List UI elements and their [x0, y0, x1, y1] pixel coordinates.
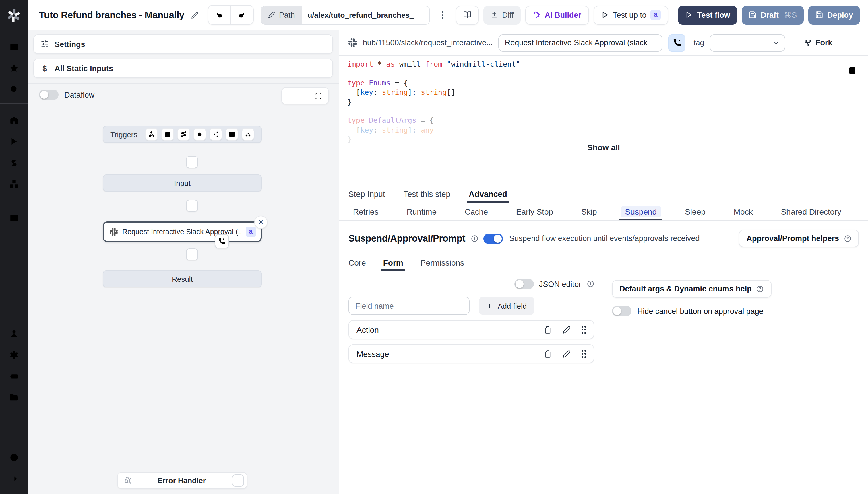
- users-person-icon[interactable]: [0, 323, 27, 344]
- play-icon: [601, 11, 609, 19]
- folders-icon[interactable]: [0, 387, 27, 408]
- settings-gear-icon[interactable]: [0, 344, 27, 365]
- pencil-icon[interactable]: [562, 326, 570, 334]
- email-trigger-icon[interactable]: [226, 128, 238, 140]
- fit-view-button[interactable]: [312, 88, 325, 104]
- flow-settings-button[interactable]: Settings: [33, 34, 333, 54]
- field-card-message[interactable]: Message: [349, 344, 594, 363]
- field-name-input[interactable]: [349, 297, 469, 315]
- path-label[interactable]: Path: [261, 6, 302, 24]
- workspace-building-icon[interactable]: [0, 36, 27, 57]
- draft-button[interactable]: Draft⌘S: [742, 5, 804, 24]
- input-node[interactable]: Input: [103, 174, 262, 192]
- tab-permissions[interactable]: Permissions: [421, 255, 464, 271]
- slack-icon: [349, 38, 357, 47]
- copy-clipboard-icon[interactable]: [848, 66, 856, 77]
- favorites-star-icon[interactable]: [0, 57, 27, 79]
- dataflow-toggle[interactable]: [39, 90, 58, 100]
- resources-cubes-icon[interactable]: [0, 173, 27, 194]
- deploy-button[interactable]: Deploy: [808, 5, 860, 24]
- schedule-trigger-icon[interactable]: [161, 128, 174, 140]
- all-static-inputs-button[interactable]: $ All Static Inputs: [33, 58, 333, 78]
- zoom-out-button[interactable]: [298, 88, 312, 104]
- variables-dollar-icon[interactable]: [0, 152, 27, 173]
- subtab-runtime[interactable]: Runtime: [402, 203, 441, 220]
- save-icon: [815, 11, 823, 19]
- tab-test-this-step[interactable]: Test this step: [404, 185, 450, 203]
- path-input[interactable]: [302, 6, 429, 24]
- subtab-shared-directory[interactable]: Shared Directory: [776, 203, 846, 220]
- subtab-skip[interactable]: Skip: [577, 203, 601, 220]
- show-all-button[interactable]: Show all: [339, 143, 868, 152]
- trash-icon[interactable]: [543, 326, 551, 334]
- add-field-button[interactable]: Add field: [479, 297, 534, 315]
- field-card-action[interactable]: Action: [349, 320, 594, 339]
- tab-advanced[interactable]: Advanced: [469, 185, 507, 203]
- audit-logs-list-icon[interactable]: [0, 408, 27, 429]
- kafka-trigger-icon[interactable]: [209, 128, 222, 140]
- trash-icon[interactable]: [543, 350, 551, 358]
- webhook-trigger-icon[interactable]: [145, 128, 158, 140]
- subtab-cache[interactable]: Cache: [460, 203, 493, 220]
- delete-step-button[interactable]: ✕: [254, 216, 267, 229]
- undo-button[interactable]: [208, 6, 231, 24]
- code-editor[interactable]: import * as wmill from "windmill-client"…: [339, 56, 868, 185]
- book-open-icon: [463, 11, 471, 19]
- suspend-phone-incoming-button[interactable]: [668, 34, 686, 51]
- docs-book-button[interactable]: [456, 5, 479, 24]
- workers-robot-icon[interactable]: [0, 365, 27, 387]
- add-error-handler-button[interactable]: [232, 475, 244, 487]
- ai-builder-button[interactable]: AI Builder: [525, 5, 589, 24]
- help-circle-icon[interactable]: [0, 447, 27, 468]
- zoom-in-button[interactable]: [285, 88, 298, 104]
- more-options-kebab-icon[interactable]: ⋮: [434, 10, 451, 20]
- add-step-button-1[interactable]: [186, 156, 198, 168]
- runs-play-icon[interactable]: [0, 131, 27, 152]
- fork-button[interactable]: Fork: [804, 38, 832, 47]
- suspend-enabled-toggle[interactable]: [483, 233, 503, 244]
- schedules-calendar-icon[interactable]: [0, 207, 27, 228]
- dollar-icon: $: [41, 64, 49, 73]
- home-icon[interactable]: [0, 110, 27, 131]
- edit-title-pencil-icon[interactable]: [191, 11, 199, 19]
- default-args-help-button[interactable]: Default args & Dynamic enums help: [612, 280, 772, 298]
- subtab-suspend[interactable]: Suspend: [621, 203, 662, 220]
- help-circle-icon: [844, 235, 851, 242]
- drag-handle-icon[interactable]: [581, 350, 586, 358]
- subtab-mock[interactable]: Mock: [729, 203, 757, 220]
- scheduled-poll-trigger-icon[interactable]: [242, 128, 254, 140]
- flow-canvas[interactable]: Dataflow Triggers Input: [27, 82, 339, 494]
- error-handler-node[interactable]: Error Handler: [117, 472, 247, 489]
- result-node[interactable]: Result: [103, 270, 262, 287]
- http-route-trigger-icon[interactable]: [178, 128, 190, 140]
- tab-form[interactable]: Form: [383, 255, 403, 271]
- step-node-approval[interactable]: Request Interactive Slack Approval (... …: [103, 222, 262, 242]
- test-flow-button[interactable]: Test flow: [678, 5, 737, 24]
- tab-core[interactable]: Core: [349, 255, 366, 271]
- info-icon[interactable]: [470, 235, 478, 242]
- search-icon[interactable]: [0, 79, 27, 100]
- redo-button[interactable]: [231, 6, 253, 24]
- websocket-trigger-icon[interactable]: [193, 128, 206, 140]
- triggers-node[interactable]: Triggers: [103, 126, 262, 143]
- add-step-button-3[interactable]: [186, 248, 198, 261]
- add-plus-icon[interactable]: [0, 228, 27, 250]
- windmill-logo[interactable]: [0, 0, 27, 31]
- diff-button[interactable]: Diff: [483, 5, 520, 24]
- info-icon[interactable]: [586, 280, 594, 288]
- step-name-input[interactable]: [499, 34, 663, 51]
- tab-step-input[interactable]: Step Input: [349, 185, 385, 203]
- subtab-sleep[interactable]: Sleep: [680, 203, 710, 220]
- json-editor-toggle[interactable]: [514, 279, 534, 289]
- add-step-button-2[interactable]: [186, 200, 198, 212]
- drag-handle-icon[interactable]: [581, 326, 586, 334]
- test-up-to-button[interactable]: Test up to a: [593, 5, 668, 24]
- subtab-early-stop[interactable]: Early Stop: [512, 203, 558, 220]
- hub-script-path[interactable]: hub/11500/slack/request_interactive...: [363, 38, 493, 47]
- hide-cancel-toggle[interactable]: [612, 306, 631, 316]
- tag-select[interactable]: [710, 34, 786, 51]
- subtab-retries[interactable]: Retries: [349, 203, 383, 220]
- expand-sidebar-arrow-icon[interactable]: [0, 468, 27, 489]
- approval-prompt-helpers-button[interactable]: Approval/Prompt helpers: [739, 229, 859, 247]
- pencil-icon[interactable]: [562, 350, 570, 358]
